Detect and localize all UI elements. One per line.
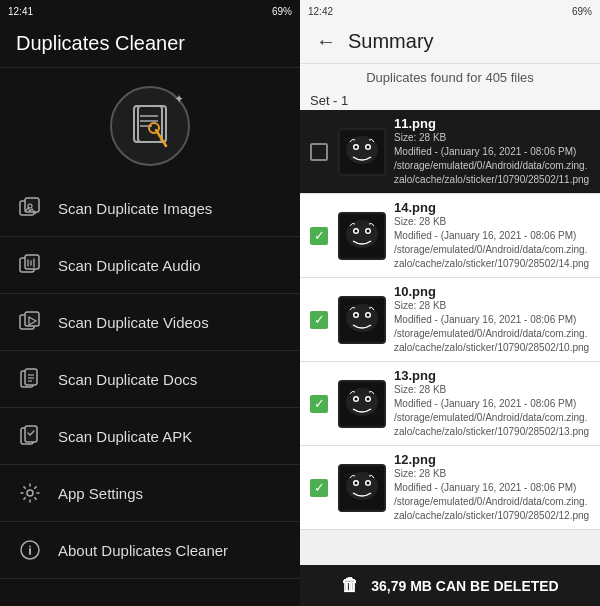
checkbox-unchecked-0[interactable] (310, 143, 328, 161)
logo-svg (124, 100, 176, 152)
thumbnail-1 (338, 212, 386, 260)
svg-rect-16 (25, 369, 37, 385)
menu-label-audio: Scan Duplicate Audio (58, 257, 201, 274)
time-right: 12:42 (308, 6, 333, 17)
trash-icon: 🗑 (341, 575, 359, 596)
menu-label-about: About Duplicates Cleaner (58, 542, 228, 559)
svg-point-6 (149, 123, 159, 133)
app-title: Duplicates Cleaner (0, 22, 300, 68)
sparkle-icon: ✦ (174, 92, 184, 106)
menu-label-settings: App Settings (58, 485, 143, 502)
right-panel: 12:42 69% ← Summary Duplicates found for… (300, 0, 600, 606)
svg-point-25 (29, 546, 31, 548)
checkbox-1[interactable]: ✓ (308, 225, 330, 247)
checkbox-checked-3[interactable]: ✓ (310, 395, 328, 413)
duplicates-subtitle: Duplicates found for 405 files (300, 64, 600, 89)
file-name-1: 14.png (394, 200, 592, 215)
svg-rect-11 (25, 255, 39, 269)
menu-item-images[interactable]: Scan Duplicate Images (0, 180, 300, 237)
file-info-0: 11.png Size: 28 KB Modified - (January 1… (394, 116, 592, 187)
result-item-2[interactable]: ✓ 10.png Size: 28 KB (300, 278, 600, 362)
app-logo: ✦ (110, 86, 190, 166)
menu-item-about[interactable]: About Duplicates Cleaner (0, 522, 300, 579)
svg-point-30 (355, 145, 358, 148)
info-icon (16, 536, 44, 564)
menu-item-audio[interactable]: Scan Duplicate Audio (0, 237, 300, 294)
result-item-1[interactable]: ✓ 14.png Size: 28 KB (300, 194, 600, 278)
menu-label-videos: Scan Duplicate Videos (58, 314, 209, 331)
file-name-0: 11.png (394, 116, 592, 131)
svg-point-49 (367, 397, 370, 400)
svg-point-42 (355, 313, 358, 316)
delete-bar[interactable]: 🗑 36,79 MB CAN BE DELETED (300, 565, 600, 606)
left-panel: 12:41 69% Duplicates Cleaner ✦ (0, 0, 300, 606)
result-item-0[interactable]: 11.png Size: 28 KB Modified - (January 1… (300, 110, 600, 194)
svg-point-54 (355, 481, 358, 484)
logo-area: ✦ (0, 68, 300, 180)
file-info-1: 14.png Size: 28 KB Modified - (January 1… (394, 200, 592, 271)
apk-icon (16, 422, 44, 450)
checkbox-3[interactable]: ✓ (308, 393, 330, 415)
result-item-3[interactable]: ✓ 13.png Size: 28 KB (300, 362, 600, 446)
results-list: 11.png Size: 28 KB Modified - (January 1… (300, 110, 600, 565)
status-bar-right: 12:42 69% (300, 0, 600, 22)
file-name-2: 10.png (394, 284, 592, 299)
menu-item-docs[interactable]: Scan Duplicate Docs (0, 351, 300, 408)
back-button[interactable]: ← (316, 30, 336, 53)
menu-item-settings[interactable]: App Settings (0, 465, 300, 522)
set-label: Set - 1 (300, 89, 600, 110)
summary-title: Summary (348, 30, 434, 53)
svg-point-31 (367, 145, 370, 148)
svg-point-22 (27, 490, 33, 496)
file-details-4: Size: 28 KB Modified - (January 16, 2021… (394, 467, 592, 523)
images-icon (16, 194, 44, 222)
thumbnail-0 (338, 128, 386, 176)
checkbox-checked-2[interactable]: ✓ (310, 311, 328, 329)
menu-label-docs: Scan Duplicate Docs (58, 371, 197, 388)
battery-right: 69% (572, 6, 592, 17)
file-details-1: Size: 28 KB Modified - (January 16, 2021… (394, 215, 592, 271)
menu-item-apk[interactable]: Scan Duplicate APK (0, 408, 300, 465)
checkbox-checked-1[interactable]: ✓ (310, 227, 328, 245)
status-bar-left: 12:41 69% (0, 0, 300, 22)
result-item-4[interactable]: ✓ 12.png Size: 28 KB (300, 446, 600, 530)
menu-item-videos[interactable]: Scan Duplicate Videos (0, 294, 300, 351)
svg-point-37 (367, 229, 370, 232)
settings-icon (16, 479, 44, 507)
checkbox-2[interactable]: ✓ (308, 309, 330, 331)
svg-point-55 (367, 481, 370, 484)
svg-point-48 (355, 397, 358, 400)
audio-icon (16, 251, 44, 279)
menu-list: Scan Duplicate Images Scan Duplicate Aud… (0, 180, 300, 606)
checkbox-4[interactable]: ✓ (308, 477, 330, 499)
delete-label: 36,79 MB CAN BE DELETED (371, 578, 558, 594)
file-info-2: 10.png Size: 28 KB Modified - (January 1… (394, 284, 592, 355)
svg-point-36 (355, 229, 358, 232)
menu-label-images: Scan Duplicate Images (58, 200, 212, 217)
file-details-2: Size: 28 KB Modified - (January 16, 2021… (394, 299, 592, 355)
file-details-0: Size: 28 KB Modified - (January 16, 2021… (394, 131, 592, 187)
file-info-3: 13.png Size: 28 KB Modified - (January 1… (394, 368, 592, 439)
menu-label-apk: Scan Duplicate APK (58, 428, 192, 445)
thumbnail-3 (338, 380, 386, 428)
svg-point-43 (367, 313, 370, 316)
file-info-4: 12.png Size: 28 KB Modified - (January 1… (394, 452, 592, 523)
checkbox-0[interactable] (308, 141, 330, 163)
thumbnail-2 (338, 296, 386, 344)
videos-icon (16, 308, 44, 336)
right-header: ← Summary (300, 22, 600, 64)
file-name-4: 12.png (394, 452, 592, 467)
thumbnail-4 (338, 464, 386, 512)
time-left: 12:41 (8, 6, 33, 17)
docs-icon (16, 365, 44, 393)
file-details-3: Size: 28 KB Modified - (January 16, 2021… (394, 383, 592, 439)
checkbox-checked-4[interactable]: ✓ (310, 479, 328, 497)
file-name-3: 13.png (394, 368, 592, 383)
battery-left: 69% (272, 6, 292, 17)
